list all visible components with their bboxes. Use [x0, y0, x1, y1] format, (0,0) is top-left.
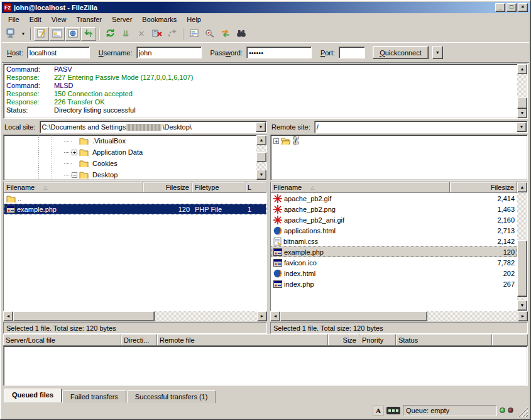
scroll-thumb[interactable]: [517, 240, 527, 297]
local-tree-scrollbar[interactable]: ▲ ▼: [256, 135, 266, 180]
column-header-priority[interactable]: Priority: [359, 334, 396, 346]
scroll-right-button[interactable]: ►: [257, 311, 267, 321]
remote-hscrollbar[interactable]: ◄ ►: [270, 311, 528, 321]
remote-list-scrollbar[interactable]: ▲ ▼: [517, 182, 527, 311]
table-row[interactable]: apache_pb2.gif 2,414: [271, 193, 517, 204]
port-input[interactable]: [339, 47, 365, 58]
tab-successful-transfers[interactable]: Successful transfers (1): [127, 390, 216, 403]
scroll-thumb[interactable]: [517, 97, 527, 108]
column-header-filesize[interactable]: Filesize: [450, 182, 517, 193]
column-header-filename[interactable]: Filename△: [4, 182, 143, 193]
table-row[interactable]: apache_pb2.png 1,463: [271, 204, 517, 214]
site-manager-dropdown-button[interactable]: ▼: [19, 27, 28, 41]
synchronize-icon: [221, 29, 231, 39]
process-queue-button[interactable]: ⇊: [118, 27, 133, 41]
scroll-down-button[interactable]: ▼: [256, 170, 266, 180]
log-scrollbar[interactable]: ▲ ▼: [517, 64, 527, 118]
tree-item[interactable]: − Desktop: [4, 169, 256, 180]
remote-tree-content[interactable]: + /: [271, 135, 527, 180]
column-header-filetype[interactable]: Filetype: [192, 182, 246, 193]
tree-item[interactable]: + /: [271, 135, 527, 146]
scroll-thumb[interactable]: [13, 311, 155, 321]
column-header-filename[interactable]: Filename△: [271, 182, 450, 193]
table-row[interactable]: index.html 202: [271, 268, 517, 279]
synchronize-button[interactable]: [218, 27, 233, 41]
message-log-content[interactable]: Command:PASV Response:227 Entering Passi…: [4, 64, 517, 118]
expand-icon[interactable]: +: [273, 138, 279, 144]
remote-path-combobox[interactable]: / ▼: [314, 121, 528, 133]
data-type-icon[interactable]: A: [373, 406, 384, 416]
menu-item-file[interactable]: File: [3, 14, 25, 25]
filter-button[interactable]: [187, 27, 202, 41]
table-row-selected[interactable]: example.php 120 PHP File 1: [4, 204, 266, 214]
tree-item[interactable]: Cookies: [4, 158, 256, 169]
column-header-lastmodified[interactable]: L: [246, 182, 266, 193]
menu-item-bookmarks[interactable]: Bookmarks: [137, 14, 182, 25]
table-row[interactable]: bitnami.css 2,142: [271, 236, 517, 246]
local-tree-content[interactable]: .VirtualBox + Application Data Cookies −: [4, 135, 256, 180]
scroll-right-button[interactable]: ►: [518, 311, 528, 321]
toggle-log-button[interactable]: [34, 27, 49, 41]
password-input[interactable]: [246, 47, 312, 58]
toggle-local-tree-button[interactable]: [50, 27, 65, 41]
scroll-thumb[interactable]: [256, 152, 266, 162]
menu-item-edit[interactable]: Edit: [25, 14, 47, 25]
table-row-selected[interactable]: example.php 120: [271, 246, 517, 257]
scroll-thumb[interactable]: [280, 311, 427, 321]
reconnect-button[interactable]: [165, 27, 180, 41]
column-header-size[interactable]: Size: [328, 334, 359, 346]
menu-item-view[interactable]: View: [47, 14, 72, 25]
chevron-down-icon[interactable]: ▼: [256, 122, 266, 132]
remote-list-rows[interactable]: apache_pb2.gif 2,414 apache_pb2.png 1,46…: [271, 193, 517, 311]
tab-queued-files[interactable]: Queued files: [4, 389, 62, 402]
compare-button[interactable]: [202, 27, 217, 41]
table-row[interactable]: ..: [4, 193, 266, 204]
quickconnect-button[interactable]: Quickconnect: [373, 46, 429, 59]
tab-failed-transfers[interactable]: Failed transfers: [62, 390, 126, 403]
cancel-button[interactable]: ✕: [134, 27, 149, 41]
table-row[interactable]: apache_pb2_ani.gif 2,160: [271, 214, 517, 225]
scroll-left-button[interactable]: ◄: [3, 311, 13, 321]
local-path-combobox[interactable]: C:\Documents and Settings\Desktop\ ▼: [40, 121, 267, 133]
find-button[interactable]: [234, 27, 249, 41]
titlebar[interactable]: Fz john@localhost - FileZilla _ □ ×: [2, 2, 529, 13]
site-manager-button[interactable]: [3, 27, 18, 41]
disconnect-button[interactable]: [150, 27, 165, 41]
scroll-left-button[interactable]: ◄: [270, 311, 280, 321]
queue-body[interactable]: [3, 346, 528, 386]
table-row[interactable]: index.php 267: [271, 279, 517, 289]
maximize-button[interactable]: □: [506, 3, 517, 12]
tree-item[interactable]: + Application Data: [4, 146, 256, 158]
local-hscrollbar[interactable]: ◄ ►: [3, 311, 267, 321]
scroll-up-button[interactable]: ▲: [256, 135, 266, 145]
table-row[interactable]: favicon.ico 7,782: [271, 257, 517, 268]
column-header-filesize[interactable]: Filesize: [143, 182, 192, 193]
resize-grip[interactable]: [518, 407, 528, 417]
expand-icon[interactable]: +: [72, 150, 77, 155]
menu-item-help[interactable]: Help: [182, 14, 206, 25]
column-header-status[interactable]: Status: [396, 334, 492, 346]
scroll-up-button[interactable]: ▲: [517, 182, 527, 192]
column-header-server-local-file[interactable]: Server/Local file: [3, 334, 121, 346]
toggle-remote-tree-button[interactable]: [65, 27, 80, 41]
local-list-rows[interactable]: .. example.php 120 PHP File 1: [4, 193, 266, 311]
host-input[interactable]: [27, 47, 90, 58]
column-header-remote-file[interactable]: Remote file: [157, 334, 328, 346]
menu-item-server[interactable]: Server: [107, 14, 137, 25]
scroll-down-button[interactable]: ▼: [517, 301, 527, 311]
chevron-down-icon[interactable]: ▼: [517, 122, 527, 132]
scroll-down-button[interactable]: ▼: [517, 108, 527, 118]
minimize-button[interactable]: _: [495, 3, 505, 12]
close-button[interactable]: ×: [518, 3, 528, 12]
speed-limit-icon[interactable]: [386, 407, 400, 414]
username-input[interactable]: [136, 47, 202, 58]
toggle-queue-button[interactable]: [81, 27, 96, 41]
table-row[interactable]: applications.html 2,713: [271, 225, 517, 236]
menu-item-transfer[interactable]: Transfer: [71, 14, 107, 25]
column-header-direction[interactable]: Directi...: [121, 334, 157, 346]
scroll-up-button[interactable]: ▲: [517, 64, 527, 74]
quickconnect-dropdown-button[interactable]: ▼: [432, 46, 443, 59]
collapse-icon[interactable]: −: [72, 172, 77, 178]
refresh-button[interactable]: [102, 27, 118, 41]
tree-item[interactable]: .VirtualBox: [4, 135, 256, 146]
